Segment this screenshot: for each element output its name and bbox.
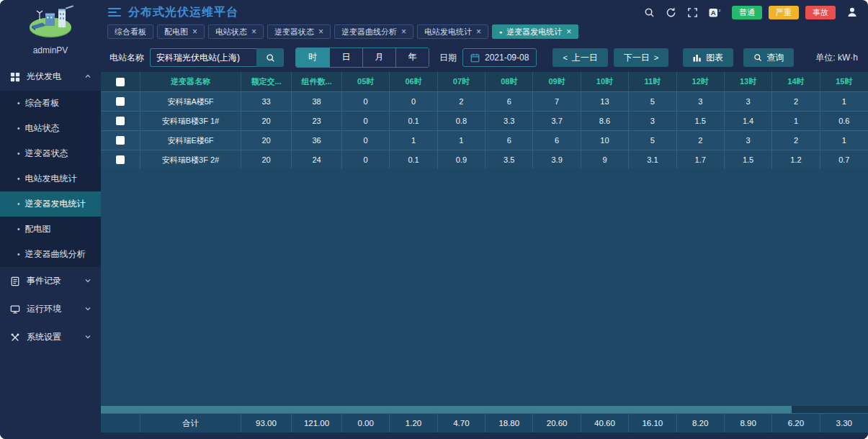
value-cell-11: 1.2 bbox=[772, 150, 820, 169]
totals-value-cell-5: 18.80 bbox=[486, 414, 533, 433]
sidebar-group-system-settings[interactable]: 系统设置 bbox=[0, 323, 101, 351]
row-checkbox[interactable] bbox=[116, 117, 125, 125]
value-cell-9: 2 bbox=[677, 131, 725, 150]
tab-close-icon[interactable]: × bbox=[318, 27, 323, 37]
header-cell-2: 组件数... bbox=[292, 72, 342, 91]
alarm-badge-severe[interactable]: 严重 bbox=[769, 6, 799, 19]
tab-station-status[interactable]: 电站状态× bbox=[208, 24, 264, 39]
period-option-日[interactable]: 日 bbox=[329, 48, 362, 67]
row-checkbox-cell bbox=[101, 112, 140, 130]
row-checkbox-cell bbox=[101, 150, 140, 169]
value-cell-5: 6 bbox=[486, 131, 533, 150]
table-row-4: 安科瑞B楼3F 2#202400.10.93.53.993.11.71.51.2… bbox=[101, 150, 868, 169]
search-icon[interactable] bbox=[644, 7, 655, 18]
tab-overview-board[interactable]: 综合看板 bbox=[107, 24, 153, 39]
sidebar-item-station-generation-stats[interactable]: •电站发电统计 bbox=[0, 166, 101, 191]
value-cell-7: 8.6 bbox=[581, 112, 629, 130]
chart-view-button[interactable]: 图表 bbox=[683, 48, 733, 67]
tab-close-icon[interactable]: × bbox=[192, 27, 197, 37]
date-picker[interactable]: 2021-09-08 bbox=[462, 48, 537, 67]
value-cell-4: 0.8 bbox=[438, 112, 486, 130]
period-option-月[interactable]: 月 bbox=[362, 48, 395, 67]
sidebar-group-event-records[interactable]: 事件记录 bbox=[0, 267, 101, 295]
value-cell-6: 3.9 bbox=[533, 150, 581, 169]
sidebar-group-pv-power[interactable]: 光伏发电 bbox=[0, 63, 101, 91]
query-button[interactable]: 查询 bbox=[743, 48, 794, 67]
topbar-tools: A² 普通严重事故 bbox=[644, 6, 858, 19]
tab-distribution-diagram[interactable]: 配电图× bbox=[157, 24, 205, 39]
chevron-left-icon: < bbox=[563, 53, 567, 62]
tab-close-icon[interactable]: × bbox=[476, 27, 481, 37]
sidebar-item-inverter-curve-analysis[interactable]: •逆变器曲线分析 bbox=[0, 242, 101, 267]
value-cell-10: 1.4 bbox=[725, 112, 772, 130]
sidebar-group-label: 事件记录 bbox=[27, 275, 78, 287]
sidebar-item-inverter-generation-stats[interactable]: •逆变器发电统计 bbox=[0, 191, 101, 217]
bullet-icon: • bbox=[17, 125, 20, 132]
value-cell-8: 5 bbox=[629, 131, 676, 150]
row-checkbox[interactable] bbox=[116, 155, 125, 164]
horizontal-scrollbar[interactable] bbox=[101, 406, 868, 413]
value-cell-8: 5 bbox=[629, 92, 676, 111]
value-cell-7: 10 bbox=[581, 131, 629, 150]
totals-value-cell-12: 3.30 bbox=[820, 414, 868, 433]
alarm-badge-normal[interactable]: 普通 bbox=[732, 6, 762, 19]
alarm-badge-accident[interactable]: 事故 bbox=[805, 6, 836, 19]
sidebar-item-overview-board[interactable]: •综合看板 bbox=[0, 91, 101, 116]
table-row-1: 安科瑞A楼5F3338002671353321 bbox=[101, 91, 868, 111]
svg-text:A: A bbox=[711, 9, 716, 17]
prev-day-button[interactable]: < 上一日 bbox=[552, 48, 607, 67]
tab-inverter-status[interactable]: 逆变器状态× bbox=[267, 24, 331, 39]
totals-value-cell-8: 16.10 bbox=[629, 414, 676, 433]
tab-close-icon[interactable]: × bbox=[401, 27, 406, 37]
tab-inverter-generation-stats[interactable]: ●逆变器发电统计× bbox=[492, 24, 578, 39]
row-checkbox-cell bbox=[101, 131, 140, 150]
row-checkbox[interactable] bbox=[116, 136, 125, 145]
value-cell-10: 1.5 bbox=[725, 150, 772, 169]
totals-value-cell-10: 8.90 bbox=[725, 414, 772, 433]
station-search-button[interactable] bbox=[256, 48, 284, 67]
select-all-checkbox[interactable] bbox=[116, 78, 125, 86]
value-cell-9: 1.5 bbox=[677, 112, 725, 130]
header-cell-13: 15时 bbox=[820, 72, 868, 91]
station-name-input[interactable] bbox=[150, 48, 256, 67]
table-header-row: 逆变器名称额定交...组件数...05时06时07时08时09时10时11时12… bbox=[101, 72, 868, 91]
value-cell-2: 0 bbox=[342, 131, 390, 150]
sidebar-item-label: 电站状态 bbox=[25, 122, 60, 135]
value-cell-0: 33 bbox=[241, 92, 292, 111]
tab-station-generation-stats[interactable]: 电站发电统计× bbox=[417, 24, 488, 39]
totals-label-cell: 合计 bbox=[140, 414, 241, 433]
user-icon[interactable] bbox=[846, 6, 858, 18]
period-option-时[interactable]: 时 bbox=[296, 48, 329, 67]
collapse-menu-icon[interactable] bbox=[108, 7, 121, 17]
sidebar-group-label: 光伏发电 bbox=[27, 71, 78, 83]
tab-close-icon[interactable]: × bbox=[251, 27, 256, 37]
fullscreen-icon[interactable] bbox=[687, 7, 698, 18]
value-cell-7: 13 bbox=[581, 92, 629, 111]
next-day-button[interactable]: 下一日 > bbox=[614, 48, 668, 67]
grid-icon bbox=[9, 71, 20, 82]
sidebar-item-label: 逆变器发电统计 bbox=[25, 198, 86, 210]
row-checkbox[interactable] bbox=[116, 97, 125, 106]
environment-icon bbox=[9, 304, 20, 314]
sidebar-item-distribution-diagram[interactable]: •配电图 bbox=[0, 217, 101, 242]
scrollbar-thumb[interactable] bbox=[101, 406, 792, 413]
tab-inverter-curve-analysis[interactable]: 逆变器曲线分析× bbox=[334, 24, 413, 39]
header-cell-9: 11时 bbox=[629, 72, 676, 91]
chevron-down-icon bbox=[84, 333, 91, 342]
chevron-down-icon bbox=[84, 305, 91, 314]
totals-value-cell-4: 4.70 bbox=[438, 414, 486, 433]
sidebar-group-runtime-environment[interactable]: 运行环境 bbox=[0, 295, 101, 323]
bullet-icon: • bbox=[17, 225, 20, 233]
sidebar-item-inverter-status[interactable]: •逆变器状态 bbox=[0, 141, 101, 166]
font-size-icon[interactable]: A² bbox=[709, 7, 721, 18]
row-checkbox-cell bbox=[101, 92, 140, 111]
table-row-3: 安科瑞E楼6F2036011661052321 bbox=[101, 130, 868, 150]
page-title: 分布式光伏运维平台 bbox=[128, 5, 238, 20]
value-cell-6: 7 bbox=[533, 92, 581, 111]
sidebar-item-station-status[interactable]: •电站状态 bbox=[0, 116, 101, 141]
period-option-年[interactable]: 年 bbox=[395, 48, 429, 67]
unit-label: 单位: kW·h bbox=[815, 52, 858, 64]
refresh-icon[interactable] bbox=[666, 7, 676, 18]
svg-text:²: ² bbox=[719, 8, 721, 13]
tab-close-icon[interactable]: × bbox=[566, 27, 571, 37]
